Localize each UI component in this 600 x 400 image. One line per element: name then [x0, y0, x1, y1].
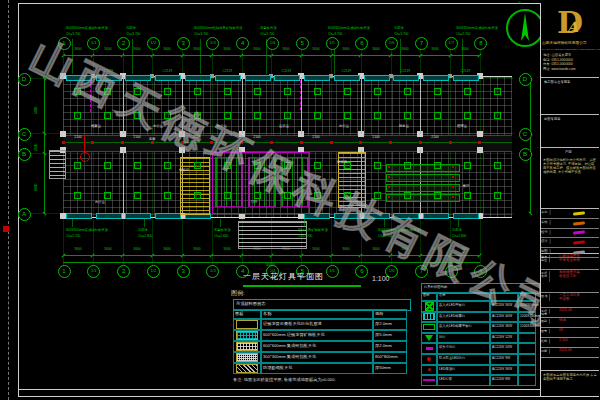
light-fixture-icon [426, 347, 433, 350]
ceiling-legend-table: 图标名称规格轻钢龙骨石膏板天花白色乳胶漆厚2.0mm600*600mm 轻钢龙骨… [233, 309, 409, 374]
corridor-dim-dot [359, 141, 362, 144]
info-label: 日期 [541, 349, 550, 354]
corridor-dim-value: 2100 [312, 135, 321, 139]
grid-bubble-top: 7 [415, 37, 428, 50]
ceiling-light [494, 162, 501, 169]
corridor-dim-dot [300, 141, 303, 144]
room-label: 楼梯间 [335, 160, 348, 164]
dim-value-vertical: 6000 [34, 184, 38, 191]
dim-value: 3600 [102, 247, 113, 251]
info-value: 教学楼室内装修改造工程 [559, 270, 582, 283]
window-strip [304, 75, 330, 81]
info-value: 饰施 [559, 318, 582, 323]
room-label: 经理室 [455, 124, 468, 128]
room-label: 餐厅 [459, 184, 472, 188]
ceiling-annotation: 乳胶漆 [394, 26, 404, 30]
ceiling-annotation: 石膏板吊顶 [214, 228, 231, 232]
lighting-power-cell: AC220V 36W [490, 365, 518, 376]
ceiling-light [464, 192, 471, 199]
ceiling-annotation: 600X600mm集成铝扣板吊顶 [66, 228, 108, 232]
dim-value: 3600 [340, 47, 351, 51]
lighting-name-cell: 嵌入式LED格栅平板灯 [437, 322, 490, 333]
info-value: 山西省晋中市中等专业学校 [559, 254, 582, 263]
titleblock-note: 本图须加盖出图专用章方为有效 未盖章图纸不得用于施工 [541, 371, 599, 396]
ceiling-annotation: 600X600mm轻钢龙骨矿棉板吊顶 [194, 26, 242, 30]
grid-bubble-right: D [519, 73, 532, 86]
ceiling-name-cell: 300*300mm 集成铝扣板天花 [261, 352, 373, 363]
grid-bubble-bottom: 2 [117, 265, 130, 278]
lighting-icon-cell [421, 343, 437, 354]
dim-value: 3600 [430, 47, 441, 51]
table-dot [452, 196, 454, 198]
corridor-dim-value: 2100 [371, 135, 380, 139]
corridor-dim-dot [330, 141, 333, 144]
titleblock-declaration: 声明 本图纸设计版权归本公司所有。未经本公司书面许可, 不得复制、转让或用于其他… [541, 148, 599, 209]
ceiling-light [134, 192, 141, 199]
window-strip [155, 75, 181, 81]
company-name-cn: 山西天德环保科技有限公司 [542, 41, 587, 45]
ceiling-light [374, 112, 381, 119]
ceiling-annotation: Ch=2.700 [66, 234, 80, 238]
titleblock-stamp1: 施工图审查专用章 [541, 78, 599, 115]
grid-bubble-top: 1/5 [326, 37, 339, 50]
frame-bottom-line [18, 389, 597, 390]
ceiling-light [434, 88, 441, 95]
dim-value: 3600 [132, 47, 143, 51]
ceiling-name-cell: 防潮影棚板天花 [261, 363, 373, 374]
column [477, 147, 483, 153]
table-dot [388, 176, 390, 178]
signoff-signature [558, 229, 599, 238]
ceiling-light [74, 112, 81, 119]
ceiling-swatch [236, 342, 258, 351]
dim-tick [528, 211, 532, 215]
table-dot [452, 186, 454, 188]
signoff-label: 审定 [541, 210, 550, 215]
north-arrow [506, 9, 544, 47]
annotation-leader [304, 219, 305, 227]
titleblock-spacer [541, 358, 599, 371]
drawing-scale: 1:100 [372, 275, 390, 283]
detail-mark-circle [80, 152, 90, 162]
grid-bubble-top: 4 [236, 37, 249, 50]
dim-tick [42, 151, 46, 155]
drawing-title-underline [243, 285, 361, 287]
partition-wall [420, 77, 421, 134]
lighting-name-cell: 嵌入式LED格栅灯 [437, 312, 490, 323]
dim-value: 3600 [162, 47, 173, 51]
dim-value-vertical: 2100 [34, 144, 38, 151]
window-strip [96, 213, 122, 219]
north-label: 北 [518, 1, 521, 5]
column [60, 131, 66, 137]
window-strip [393, 75, 419, 81]
info-value: 一层天花灯具平面图 [559, 293, 582, 301]
light-fixture-icon [427, 357, 431, 361]
grid-bubble-top: 1/6 [385, 37, 398, 50]
info-label: 工程名称 [541, 271, 550, 282]
ceiling-light [314, 88, 321, 95]
dim-value: 3600 [72, 247, 83, 251]
info-label: 图 名 [541, 294, 550, 301]
annotation-leader [132, 39, 133, 74]
grid-bubble-top: 6 [355, 37, 368, 50]
info-row: 图号08 [541, 328, 599, 338]
detail-mark-line [84, 136, 85, 152]
grid-bubble-top: 1/7 [445, 37, 458, 50]
ceiling-annotation: 300X300mm集成铝扣板吊顶 [456, 26, 498, 30]
window-strip [125, 213, 151, 219]
light-fixture-icon [423, 313, 435, 320]
ceiling-annotation: Ch=2.700 [298, 234, 312, 238]
window-strip [155, 213, 181, 219]
dim-tick [42, 211, 46, 215]
lighting-power-cell: AC220V 12W [490, 333, 518, 344]
corridor-dim-dot [449, 141, 452, 144]
lighting-name-cell: 防水防尘LED筒灯 [437, 354, 490, 365]
ceiling-light [284, 112, 291, 119]
ceiling-light [404, 88, 411, 95]
north-arrow-icon [508, 11, 542, 45]
ceiling-light [74, 162, 81, 169]
dim-tick [42, 131, 46, 135]
ceiling-annotation: Ch=3.700 [394, 32, 408, 36]
dim-value: 3600 [370, 47, 381, 51]
grid-bubble-bottom: 1/1 [87, 265, 100, 278]
dining-table [386, 184, 460, 192]
